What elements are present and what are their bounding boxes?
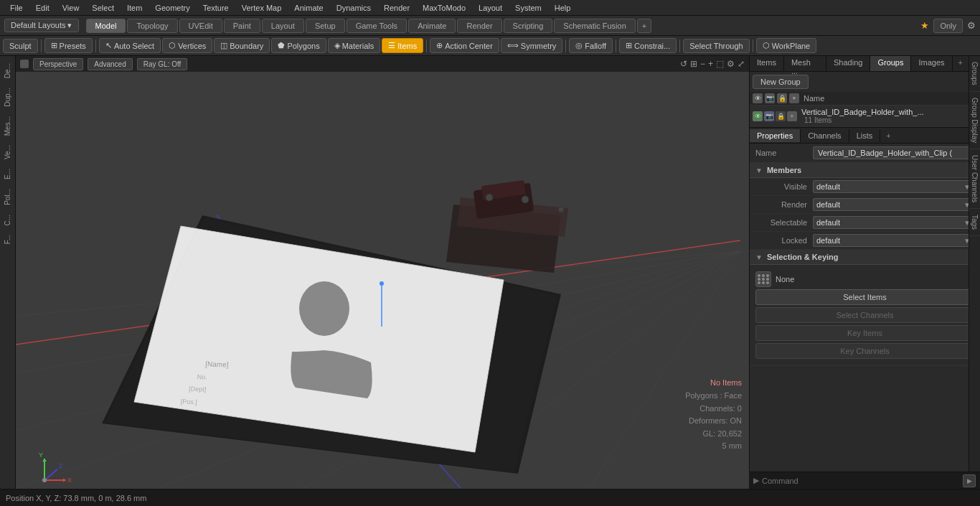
render-header-icon[interactable]: 📷 — [765, 93, 775, 103]
tab-layout[interactable]: Layout — [262, 19, 304, 33]
sidebar-e[interactable]: E... — [2, 164, 13, 184]
command-input[interactable] — [762, 477, 963, 485]
tab-add[interactable]: + — [953, 56, 969, 71]
tab-setup[interactable]: Setup — [306, 19, 345, 33]
menu-render[interactable]: Render — [378, 2, 415, 14]
viewport-settings-icon[interactable]: ⚙ — [727, 59, 735, 69]
tab-render[interactable]: Render — [457, 19, 501, 33]
3d-scene[interactable]: [Name] No. [Dept] [Pos.] — [16, 72, 749, 489]
group-add-icon[interactable]: + — [787, 111, 797, 121]
work-plane-button[interactable]: ⬡ WorkPlane — [756, 38, 817, 53]
viewport[interactable]: Perspective Advanced Ray GL: Off ↺ ⊞ − +… — [16, 56, 749, 489]
viewport-menu-icon[interactable] — [20, 60, 29, 68]
menu-animate[interactable]: Animate — [288, 2, 329, 14]
name-input[interactable] — [813, 146, 974, 159]
auto-select-button[interactable]: ↖ Auto Select — [99, 38, 161, 53]
group-lock-icon[interactable]: 🔒 — [776, 111, 786, 121]
menu-vertex-map[interactable]: Vertex Map — [236, 2, 288, 14]
command-execute-button[interactable]: ▶ — [963, 474, 976, 487]
tab-shading[interactable]: Shading — [826, 56, 870, 71]
group-visible-icon[interactable]: 👁 — [753, 111, 763, 121]
viewport-perspective[interactable]: Perspective — [33, 58, 83, 70]
polygons-button[interactable]: ⬟ Polygons — [271, 38, 326, 53]
tab-scripting[interactable]: Scripting — [504, 19, 553, 33]
menu-system[interactable]: System — [509, 2, 547, 14]
key-channels-button[interactable]: Key Channels — [755, 343, 974, 359]
tab-props-add[interactable]: + — [880, 129, 896, 142]
tab-lists[interactable]: Lists — [849, 129, 881, 142]
tab-groups[interactable]: Groups — [870, 56, 911, 71]
key-items-button[interactable]: Key Items — [755, 325, 974, 341]
tab-properties[interactable]: Properties — [750, 129, 801, 142]
side-tab-group-display[interactable]: Group Display — [969, 92, 980, 149]
side-tab-user-channels[interactable]: User Channels — [969, 149, 980, 209]
layout-dropdown[interactable]: Default Layouts ▾ — [4, 19, 79, 32]
tab-schematic-fusion[interactable]: Schematic Fusion — [554, 19, 635, 33]
lock-header-icon[interactable]: 🔒 — [777, 93, 787, 103]
symmetry-button[interactable]: ⟺ Symmetry — [501, 38, 563, 53]
selectable-select[interactable]: default ▼ — [813, 216, 974, 229]
viewport-frame-icon[interactable]: ⬚ — [716, 59, 724, 69]
menu-file[interactable]: File — [4, 2, 29, 14]
viewport-zoom-out-icon[interactable]: − — [700, 59, 705, 69]
action-center-button[interactable]: ⊕ Action Center — [430, 38, 499, 53]
viewport-zoom-in-icon[interactable]: + — [708, 59, 713, 69]
layout-add-tab[interactable]: + — [637, 19, 651, 33]
constraints-button[interactable]: ⊞ Constrai... — [619, 38, 677, 53]
group-row[interactable]: 👁 📷 🔒 + Vertical_ID_Badge_Holder_with_..… — [750, 106, 980, 127]
vertices-button[interactable]: ⬡ Vertices — [162, 38, 212, 53]
render-select[interactable]: default ▼ — [813, 198, 974, 211]
viewport-fit-icon[interactable]: ⊞ — [690, 59, 697, 69]
tab-topology[interactable]: Topology — [127, 19, 177, 33]
group-render-icon[interactable]: 📷 — [764, 111, 774, 121]
sidebar-mes[interactable]: Mes... — [2, 112, 13, 140]
sidebar-de[interactable]: De... — [2, 59, 13, 83]
sidebar-pol[interactable]: Pol... — [2, 184, 13, 210]
menu-item[interactable]: Item — [121, 2, 148, 14]
materials-button[interactable]: ◈ Materials — [328, 38, 381, 53]
tab-images[interactable]: Images — [911, 56, 952, 71]
locked-select[interactable]: default ▼ — [813, 234, 974, 247]
menu-view[interactable]: View — [57, 2, 85, 14]
menu-edit[interactable]: Edit — [30, 2, 55, 14]
select-channels-button[interactable]: Select Channels — [755, 307, 974, 323]
settings-icon[interactable]: ⚙ — [967, 20, 976, 31]
sidebar-c[interactable]: C... — [2, 210, 13, 230]
viewport-raygl[interactable]: Ray GL: Off — [137, 58, 188, 70]
items-button[interactable]: ☰ Items — [382, 38, 423, 53]
menu-dynamics[interactable]: Dynamics — [331, 2, 377, 14]
sidebar-f[interactable]: F... — [2, 230, 13, 248]
tab-items[interactable]: Items — [750, 56, 784, 71]
select-through-button[interactable]: Select Through — [683, 39, 749, 53]
falloff-button[interactable]: ◎ Falloff — [569, 38, 613, 53]
menu-select[interactable]: Select — [86, 2, 120, 14]
visibility-header-icon[interactable]: 👁 — [753, 93, 763, 103]
selection-keying-header[interactable]: ▼ Selection & Keying — [750, 250, 980, 265]
members-section-header[interactable]: ▼ Members — [750, 163, 980, 178]
tab-model[interactable]: Model — [86, 19, 126, 33]
tab-animate[interactable]: Animate — [408, 19, 456, 33]
tab-paint[interactable]: Paint — [224, 19, 260, 33]
side-tab-groups[interactable]: Groups — [969, 56, 980, 92]
tab-game-tools[interactable]: Game Tools — [347, 19, 407, 33]
tab-mesh[interactable]: Mesh ... — [784, 56, 826, 71]
tab-uvedit[interactable]: UVEdit — [179, 19, 222, 33]
select-items-button[interactable]: Select Items — [755, 289, 974, 305]
new-group-button[interactable]: New Group — [753, 75, 809, 89]
viewport-expand-icon[interactable]: ⤢ — [738, 59, 745, 69]
sculpt-button[interactable]: Sculpt — [3, 39, 38, 53]
viewport-rotate-icon[interactable]: ↺ — [680, 59, 687, 69]
sidebar-ve[interactable]: Ve... — [2, 141, 13, 164]
menu-maxtomodo[interactable]: MaxToModo — [417, 2, 471, 14]
sidebar-dup[interactable]: Dup... — [2, 83, 13, 111]
viewport-advanced[interactable]: Advanced — [88, 58, 132, 70]
tab-channels[interactable]: Channels — [801, 129, 849, 142]
presets-button[interactable]: ⊞ Presets — [44, 38, 93, 53]
menu-geometry[interactable]: Geometry — [149, 2, 195, 14]
boundary-button[interactable]: ◫ Boundary — [214, 38, 270, 53]
menu-layout[interactable]: Layout — [473, 2, 508, 14]
visible-select[interactable]: default ▼ — [813, 180, 974, 193]
side-tab-tags[interactable]: Tags — [969, 209, 980, 236]
menu-texture[interactable]: Texture — [197, 2, 235, 14]
menu-help[interactable]: Help — [549, 2, 577, 14]
